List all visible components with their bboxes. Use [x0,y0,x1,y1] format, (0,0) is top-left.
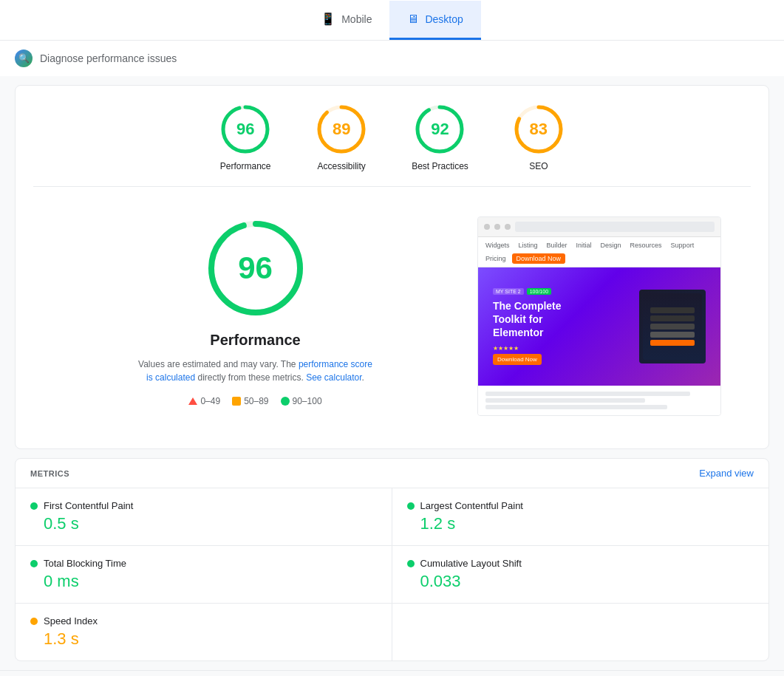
tab-desktop-label: Desktop [425,13,463,25]
tab-desktop[interactable]: 🖥 Desktop [389,1,480,40]
desktop-icon: 🖥 [407,13,419,26]
big-score-number: 96 [238,250,273,286]
mobile-icon: 📱 [321,12,335,26]
badge1: MY SITE 2 [493,288,524,295]
legend: 0–49 50–89 90–100 [188,396,321,406]
nav-listing: Listing [516,240,541,250]
browser-dot-1 [484,224,490,230]
score-label-seo: SEO [529,161,548,171]
expand-view-button[interactable]: Expand view [699,468,754,479]
browser-dot-2 [494,224,500,230]
legend-red-label: 0–49 [200,396,220,406]
metric-cell-si: Speed Index 1.3 s [16,604,392,660]
metrics-header: METRICS Expand view [16,459,768,488]
nav-builder: Builder [544,240,570,250]
score-item-best-practices[interactable]: 92 Best Practices [412,103,468,171]
diagnose-text: Diagnose performance issues [40,52,177,64]
score-circle-seo: 83 [513,103,565,155]
browser-bar [478,217,720,237]
metric-name-si: Speed Index [44,615,98,627]
metric-value-si: 1.3 s [30,629,377,649]
hero-text: MY SITE 2 100/100 The CompleteToolkit fo… [493,288,562,366]
metrics-title: METRICS [30,469,69,478]
score-value-best-practices: 92 [431,120,449,139]
nav-initial: Initial [573,240,595,250]
metric-name-tbt: Total Blocking Time [44,558,126,569]
metric-value-cls: 0.033 [407,572,754,591]
metric-value-tbt: 0 ms [30,572,377,591]
metric-header-si: Speed Index [30,615,377,627]
metric-header-fcp: First Contentful Paint [30,500,377,511]
legend-item-red: 0–49 [188,396,220,406]
metric-dot-cls [407,560,415,567]
metric-dot-si [30,618,38,625]
score-label-accessibility: Accessibility [317,161,365,171]
legend-green-label: 90–100 [293,396,322,406]
score-item-performance[interactable]: 96 Performance [219,103,271,171]
metric-cell-lcp: Largest Contentful Paint 1.2 s [392,488,769,546]
hero-title: The CompleteToolkit forElementor [493,299,562,340]
metric-cell-cls: Cumulative Layout Shift 0.033 [392,546,769,604]
metric-header-lcp: Largest Contentful Paint [407,500,754,511]
perf-right: Widgets Listing Builder Initial Design R… [477,216,721,416]
perf-title: Performance [210,332,300,349]
tab-mobile[interactable]: 📱 Mobile [303,0,389,40]
metric-value-lcp: 1.2 s [407,514,754,533]
screenshot-content [478,386,720,415]
diagnose-icon: 🔍 [15,49,33,67]
score-label-performance: Performance [220,161,271,171]
scores-row: 96 Performance 89 Accessibility [33,103,751,171]
nav-resources: Resources [627,240,665,250]
score-value-performance: 96 [236,120,254,139]
metric-name-lcp: Largest Contentful Paint [420,500,523,511]
tab-bar: 📱 Mobile 🖥 Desktop [0,0,784,41]
metric-cell-fcp: First Contentful Paint 0.5 s [16,488,392,546]
metric-dot-lcp [407,502,415,510]
footer-bar: 📅 Captured at May 12, 2023, 11:50 AM GMT… [0,670,784,676]
metric-header-tbt: Total Blocking Time [30,558,377,569]
score-value-seo: 83 [530,120,548,139]
score-circle-best-practices: 92 [414,103,466,155]
page-wrapper: 📱 Mobile 🖥 Desktop 🔍 Diagnose performanc… [0,0,784,676]
score-card-section: 96 Performance 89 Accessibility [15,85,769,449]
score-label-best-practices: Best Practices [412,161,468,171]
metrics-section: METRICS Expand view First Contentful Pai… [15,458,769,661]
big-score-circle: 96 [204,216,307,320]
nav-support: Support [668,240,698,250]
perf-left: 96 Performance Values are estimated and … [63,216,448,406]
perf-desc-start: Values are estimated and may vary. The [138,359,296,369]
badge2: 100/100 [527,288,551,295]
metric-dot-fcp [30,502,38,510]
metric-dot-tbt [30,560,38,567]
metric-cell-tbt: Total Blocking Time 0 ms [16,546,392,604]
legend-dot-orange [232,397,241,406]
nav-download-btn: Download Now [512,253,566,264]
perf-desc-mid: directly from these metrics. [197,372,303,383]
divider [33,186,751,187]
nav-widgets: Widgets [483,240,513,250]
diagnose-banner: 🔍 Diagnose performance issues [0,41,784,76]
score-circle-accessibility: 89 [316,103,367,155]
perf-calculator-link[interactable]: See calculator [306,372,361,383]
score-value-accessibility: 89 [333,120,350,139]
perf-main: 96 Performance Values are estimated and … [33,202,751,431]
perf-link-suffix: . [362,372,364,383]
score-item-seo[interactable]: 83 SEO [513,103,565,171]
nav-pricing: Pricing [483,253,509,264]
metric-header-cls: Cumulative Layout Shift [407,558,754,569]
legend-dot-green [281,397,290,406]
legend-item-orange: 50–89 [232,396,268,406]
score-item-accessibility[interactable]: 89 Accessibility [316,103,367,171]
hero-cta-btn: Download Now [493,354,542,365]
legend-dot-red [188,397,197,405]
perf-description: Values are estimated and may vary. The p… [137,358,374,384]
hero-image [639,290,706,363]
metric-name-cls: Cumulative Layout Shift [420,558,522,569]
metric-name-fcp: First Contentful Paint [44,500,133,511]
tab-mobile-label: Mobile [341,13,372,25]
metrics-grid: First Contentful Paint 0.5 s Largest Con… [16,488,768,660]
metric-value-fcp: 0.5 s [30,514,377,533]
screenshot-preview: Widgets Listing Builder Initial Design R… [477,216,721,416]
browser-url-bar [515,222,715,232]
legend-orange-label: 50–89 [244,396,268,406]
